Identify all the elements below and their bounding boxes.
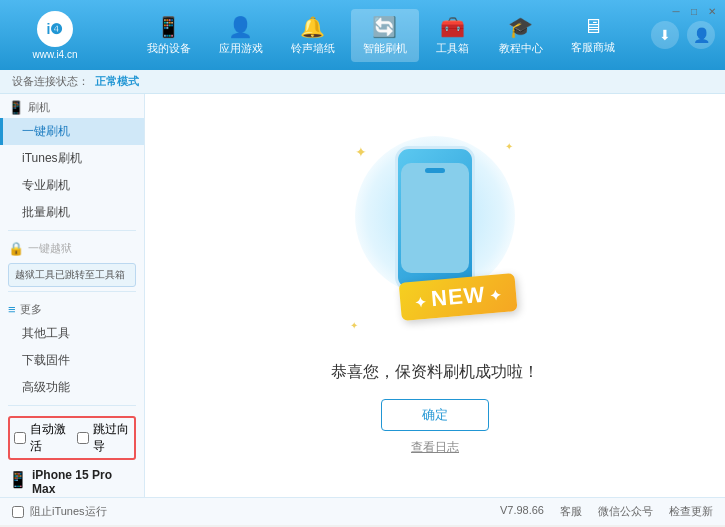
tutorial-icon: 🎓 bbox=[508, 15, 533, 39]
batch-flash-label: 批量刷机 bbox=[22, 205, 70, 219]
my-device-icon: 📱 bbox=[156, 15, 181, 39]
device-name: iPhone 15 Pro Max bbox=[32, 468, 136, 496]
sidebar-download-firmware[interactable]: 下载固件 bbox=[0, 347, 144, 374]
more-section-header: ≡ 更多 bbox=[0, 296, 144, 320]
stop-itunes-label: 阻止iTunes运行 bbox=[30, 504, 107, 519]
restore-section-icon: 🔒 bbox=[8, 241, 24, 256]
sparkle-top-right: ✦ bbox=[505, 141, 513, 152]
nav-smart-flash[interactable]: 🔄 智能刷机 bbox=[351, 9, 419, 62]
nav-service[interactable]: 🖥 客服商城 bbox=[559, 9, 627, 62]
nav-apps-games[interactable]: 👤 应用游戏 bbox=[207, 9, 275, 62]
apps-games-icon: 👤 bbox=[228, 15, 253, 39]
sidebar: 📱 刷机 一键刷机 iTunes刷机 专业刷机 批量刷机 🔒 一键越狱 越狱工具… bbox=[0, 94, 145, 497]
logo-icon: i❹ bbox=[37, 11, 73, 47]
toolbox-icon: 🧰 bbox=[440, 15, 465, 39]
phone-notch bbox=[425, 168, 445, 173]
close-button[interactable]: ✕ bbox=[705, 4, 719, 18]
service-icon: 🖥 bbox=[583, 15, 603, 38]
download-firmware-label: 下载固件 bbox=[22, 353, 70, 367]
success-message: 恭喜您，保资料刷机成功啦！ bbox=[331, 362, 539, 383]
flash-section-label: 刷机 bbox=[28, 100, 50, 115]
header: i❹ www.i4.cn 📱 我的设备 👤 应用游戏 🔔 铃声墙纸 🔄 智能刷机… bbox=[0, 0, 725, 70]
sidebar-itunes-flash[interactable]: iTunes刷机 bbox=[0, 145, 144, 172]
download-button[interactable]: ⬇ bbox=[651, 21, 679, 49]
nav-toolbox[interactable]: 🧰 工具箱 bbox=[423, 9, 483, 62]
device-row: 📱 iPhone 15 Pro Max 512GB iPhone bbox=[8, 464, 136, 497]
window-controls: ─ □ ✕ bbox=[669, 4, 719, 18]
service-link[interactable]: 客服 bbox=[560, 504, 582, 519]
nav-tutorial[interactable]: 🎓 教程中心 bbox=[487, 9, 555, 62]
check-update-link[interactable]: 检查更新 bbox=[669, 504, 713, 519]
status-value: 正常模式 bbox=[95, 74, 139, 89]
sidebar-other-tools[interactable]: 其他工具 bbox=[0, 320, 144, 347]
header-right: ⬇ 👤 bbox=[651, 21, 715, 49]
sidebar-bottom: 自动激活 跳过向导 📱 iPhone 15 Pro Max 512GB iPho… bbox=[0, 410, 144, 497]
more-section-icon: ≡ bbox=[8, 302, 16, 317]
advanced-label: 高级功能 bbox=[22, 380, 70, 394]
auto-activate-checkbox[interactable] bbox=[14, 432, 26, 444]
nav-my-device-label: 我的设备 bbox=[147, 41, 191, 56]
user-button[interactable]: 👤 bbox=[687, 21, 715, 49]
version-label: V7.98.66 bbox=[500, 504, 544, 519]
nav-ringtone-label: 铃声墙纸 bbox=[291, 41, 335, 56]
maximize-button[interactable]: □ bbox=[687, 4, 701, 18]
auto-activate-row: 自动激活 跳过向导 bbox=[8, 416, 136, 460]
nav-ringtone[interactable]: 🔔 铃声墙纸 bbox=[279, 9, 347, 62]
sidebar-pro-flash[interactable]: 专业刷机 bbox=[0, 172, 144, 199]
logo: i❹ www.i4.cn bbox=[10, 11, 100, 60]
itunes-flash-label: iTunes刷机 bbox=[22, 151, 82, 165]
minimize-button[interactable]: ─ bbox=[669, 4, 683, 18]
one-key-flash-label: 一键刷机 bbox=[22, 124, 70, 138]
main-layout: 📱 刷机 一键刷机 iTunes刷机 专业刷机 批量刷机 🔒 一键越狱 越狱工具… bbox=[0, 94, 725, 497]
sidebar-advanced[interactable]: 高级功能 bbox=[0, 374, 144, 401]
nav-tutorial-label: 教程中心 bbox=[499, 41, 543, 56]
divider-3 bbox=[8, 405, 136, 406]
sparkle-top-left: ✦ bbox=[355, 144, 367, 160]
status-prefix: 设备连接状态： bbox=[12, 74, 89, 89]
phone-illustration: ✦ ✦ ✦ NEW bbox=[345, 136, 525, 346]
divider-1 bbox=[8, 230, 136, 231]
restore-section-label: 一键越狱 bbox=[28, 241, 72, 256]
restore-notice: 越狱工具已跳转至工具箱 bbox=[8, 263, 136, 287]
stop-itunes-checkbox[interactable] bbox=[12, 506, 24, 518]
auto-activate-label: 自动激活 bbox=[30, 421, 67, 455]
nav-apps-games-label: 应用游戏 bbox=[219, 41, 263, 56]
sidebar-batch-flash[interactable]: 批量刷机 bbox=[0, 199, 144, 226]
footer: 阻止iTunes运行 V7.98.66 客服 微信公众号 检查更新 bbox=[0, 497, 725, 525]
content-area: ✦ ✦ ✦ NEW 恭喜您，保资料刷机成功啦！ 确定 查看日志 bbox=[145, 94, 725, 497]
nav-bar: 📱 我的设备 👤 应用游戏 🔔 铃声墙纸 🔄 智能刷机 🧰 工具箱 🎓 教程中心… bbox=[110, 9, 651, 62]
divider-2 bbox=[8, 291, 136, 292]
phone-body bbox=[395, 146, 475, 291]
restore-section-header: 🔒 一键越狱 bbox=[0, 235, 144, 259]
flash-section-header: 📱 刷机 bbox=[0, 94, 144, 118]
sparkle-bottom-left: ✦ bbox=[350, 320, 358, 331]
more-section-label: 更多 bbox=[20, 302, 42, 317]
sidebar-one-key-flash[interactable]: 一键刷机 bbox=[0, 118, 144, 145]
phone-screen bbox=[401, 163, 469, 273]
device-info: iPhone 15 Pro Max 512GB iPhone bbox=[32, 468, 136, 497]
device-icon: 📱 bbox=[8, 470, 28, 489]
guide-checkbox[interactable] bbox=[77, 432, 89, 444]
other-tools-label: 其他工具 bbox=[22, 326, 70, 340]
guide-label: 跳过向导 bbox=[93, 421, 130, 455]
footer-right: V7.98.66 客服 微信公众号 检查更新 bbox=[500, 504, 713, 519]
logo-url: www.i4.cn bbox=[32, 49, 77, 60]
nav-smart-flash-label: 智能刷机 bbox=[363, 41, 407, 56]
confirm-button[interactable]: 确定 bbox=[381, 399, 489, 431]
flash-section-icon: 📱 bbox=[8, 100, 24, 115]
status-bar: 设备连接状态： 正常模式 bbox=[0, 70, 725, 94]
pro-flash-label: 专业刷机 bbox=[22, 178, 70, 192]
nav-service-label: 客服商城 bbox=[571, 40, 615, 55]
device-storage: 512GB bbox=[32, 496, 136, 497]
footer-left: 阻止iTunes运行 bbox=[12, 504, 107, 519]
nav-my-device[interactable]: 📱 我的设备 bbox=[135, 9, 203, 62]
smart-flash-icon: 🔄 bbox=[372, 15, 397, 39]
view-log-link[interactable]: 查看日志 bbox=[411, 439, 459, 456]
ringtone-icon: 🔔 bbox=[300, 15, 325, 39]
wechat-link[interactable]: 微信公众号 bbox=[598, 504, 653, 519]
nav-toolbox-label: 工具箱 bbox=[436, 41, 469, 56]
